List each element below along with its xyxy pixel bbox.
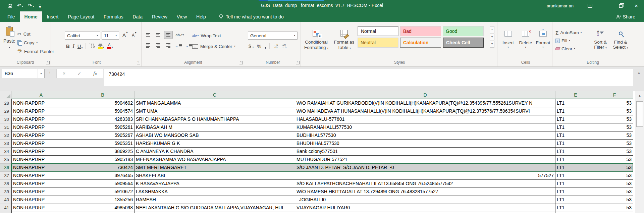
format-cells-button[interactable]: ↔ Format ▾: [535, 27, 551, 49]
cell-B28[interactable]: 5904602: [71, 99, 135, 107]
cancel-entry-button[interactable]: ×: [63, 71, 65, 76]
cell-A33[interactable]: NON-RAPDRP: [11, 140, 71, 148]
cell-C33[interactable]: HARISHKUMAR G K: [135, 140, 295, 148]
cell-D38[interactable]: S/O KALLAPPATHONACHENAHALLILAT13.65845LO…: [295, 180, 555, 188]
accounting-format-button[interactable]: $ ▾: [249, 44, 254, 49]
cell-D30[interactable]: HALASABALU-577601: [295, 115, 555, 123]
gallery-scroll-up-button[interactable]: ▲: [490, 26, 494, 33]
decrease-indent-button[interactable]: ←: [174, 42, 183, 50]
autosum-button[interactable]: ΣAutoSum▾: [555, 29, 582, 36]
cell-A35[interactable]: NON-RAPDRP: [11, 156, 71, 164]
cell-C41[interactable]: NEELAKANTAIAH G S/O GUDDADA MALLAPPA,VIJ…: [135, 204, 295, 212]
fill-color-button[interactable]: ▾: [98, 44, 104, 49]
cell-B41[interactable]: 4985098: [71, 204, 135, 212]
name-box[interactable]: B36 ▾: [2, 69, 45, 78]
cell-C28[interactable]: SMT MANGALAMMA: [135, 99, 295, 107]
minimize-button[interactable]: [598, 0, 613, 11]
cell-C39[interactable]: LAKSHMAKKA: [135, 188, 295, 196]
row-header-41[interactable]: 41: [0, 204, 11, 212]
italic-button[interactable]: I: [73, 43, 74, 49]
select-all-corner[interactable]: [0, 91, 11, 99]
cell-B34[interactable]: 3869225: [71, 148, 135, 156]
cell-E32[interactable]: LT1: [555, 131, 596, 140]
cell-A34[interactable]: NON-RAPDRP: [11, 148, 71, 156]
cell-D28[interactable]: W/O RAMAIAH AT GURIKARDODDI(V)IN KODIHAL…: [295, 99, 555, 107]
cell-B40[interactable]: 1355256: [71, 196, 135, 204]
cut-button[interactable]: ✂Cut: [17, 30, 54, 38]
font-name-select[interactable]: Calibri▾: [65, 32, 100, 40]
cell-A29[interactable]: NON-RAPDRP: [11, 107, 71, 115]
cell-F35[interactable]: 53: [596, 156, 633, 164]
comma-style-button[interactable]: ,: [265, 43, 266, 50]
align-left-button[interactable]: [144, 42, 153, 50]
cell-A28[interactable]: NON-RAPDRP: [11, 99, 71, 107]
cell-A37[interactable]: NON-RAPDRP: [11, 172, 71, 180]
tab-formulas[interactable]: Formulas: [99, 11, 128, 22]
increase-indent-button[interactable]: →: [184, 42, 193, 50]
column-header-B[interactable]: B: [71, 91, 135, 99]
font-size-select[interactable]: 11▾: [102, 32, 119, 40]
row-header-28[interactable]: 28: [0, 99, 11, 107]
row-header-36[interactable]: 36: [0, 164, 11, 172]
bottom-align-button[interactable]: [164, 31, 173, 39]
row-header-39[interactable]: 39: [0, 188, 11, 196]
tab-help[interactable]: Help: [192, 11, 211, 22]
row-header-30[interactable]: 30: [0, 115, 11, 123]
cell-B35[interactable]: 5905183: [71, 156, 135, 164]
cell-F36[interactable]: 53: [596, 164, 633, 172]
decrease-decimal-button[interactable]: .00→.0: [281, 44, 286, 49]
close-button[interactable]: ×: [629, 0, 644, 11]
style-normal[interactable]: Normal: [358, 26, 398, 36]
cell-C40[interactable]: RAMESH: [135, 196, 295, 204]
increase-font-size-button[interactable]: A▲: [122, 32, 126, 38]
cell-E29[interactable]: LT1: [555, 107, 596, 115]
decrease-font-size-button[interactable]: A▼: [132, 33, 135, 38]
enter-entry-button[interactable]: ✓: [77, 71, 82, 76]
format-painter-button[interactable]: Format Painter: [17, 48, 54, 55]
cell-F34[interactable]: 53: [596, 148, 633, 156]
style-calculation[interactable]: Calculation: [400, 38, 441, 48]
cell-E36[interactable]: LT1: [555, 164, 596, 172]
row-header-35[interactable]: 35: [0, 156, 11, 164]
wrap-text-button[interactable]: ab↩Wrap Text: [192, 32, 221, 40]
scrollbar-thumb[interactable]: [636, 101, 643, 127]
row-header-40[interactable]: 40: [0, 196, 11, 204]
cell-D33[interactable]: BHUDHIHAL577530: [295, 140, 555, 148]
cell-B37[interactable]: 3976465: [71, 172, 135, 180]
cell-B32[interactable]: 5905267: [71, 131, 135, 140]
cell-C38[interactable]: K BASAVARAJAPPA: [135, 180, 295, 188]
cell-E39[interactable]: LT1: [555, 188, 596, 196]
cell-C29[interactable]: SMT UMA: [135, 107, 295, 115]
column-header-A[interactable]: A: [11, 91, 71, 99]
cell-D34[interactable]: Bank colony577501: [295, 148, 555, 156]
cell-F37[interactable]: 53: [596, 172, 633, 180]
cell-E34[interactable]: LT1: [555, 148, 596, 156]
cell-F31[interactable]: 53: [596, 123, 633, 131]
merge-center-button[interactable]: ↔Merge & Center▾: [192, 42, 235, 50]
share-button[interactable]: Share: [616, 11, 635, 22]
clear-button[interactable]: Clear▾: [555, 45, 582, 52]
cell-F32[interactable]: 53: [596, 131, 633, 140]
column-header-D[interactable]: D: [295, 91, 555, 99]
cell-A38[interactable]: NON-RAPDRP: [11, 180, 71, 188]
cell-E30[interactable]: LT1: [555, 115, 596, 123]
cell-F40[interactable]: 53: [596, 196, 633, 204]
cell-B30[interactable]: 4263383: [71, 115, 135, 123]
row-header-34[interactable]: 34: [0, 148, 11, 156]
copy-button[interactable]: Copy▾: [17, 39, 54, 46]
tell-me-box[interactable]: Tell me what you want to do: [219, 11, 284, 22]
cell-D40[interactable]: JOGIHALLI0: [295, 196, 555, 204]
formula-bar-collapse-button[interactable]: ∧: [635, 71, 643, 75]
gallery-scroll-down-button[interactable]: ▼: [490, 34, 494, 41]
cell-C35[interactable]: MEENAKSHAMMA WO BASAVARAJAPPA: [135, 156, 295, 164]
cell-F38[interactable]: 53: [596, 180, 633, 188]
row-header-29[interactable]: 29: [0, 107, 11, 115]
delete-cells-button[interactable]: × Delete ▾: [517, 27, 534, 49]
bold-button[interactable]: B: [66, 43, 70, 49]
tab-view[interactable]: View: [172, 11, 192, 22]
cell-E38[interactable]: LT1: [555, 180, 596, 188]
scroll-up-button[interactable]: ▲: [635, 91, 644, 100]
cell-B31[interactable]: 5905261: [71, 123, 135, 131]
column-header-F[interactable]: F: [596, 91, 633, 99]
cell-A31[interactable]: NON-RAPDRP: [11, 123, 71, 131]
